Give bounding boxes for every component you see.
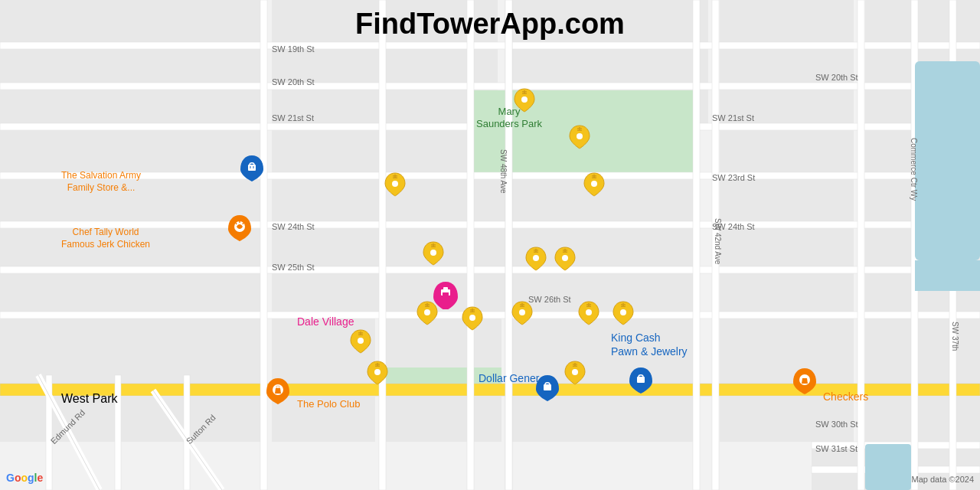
street-label-sw31: SW 31st St: [815, 444, 858, 453]
svg-rect-96: [544, 384, 551, 390]
site-title: FindTowerApp.com: [0, 8, 980, 41]
king-cash-label: King CashPawn & Jewelry: [611, 331, 688, 358]
svg-rect-54: [509, 396, 693, 442]
street-label-sw21-right: SW 21st St: [712, 113, 754, 122]
svg-rect-9: [509, 49, 708, 83]
svg-rect-44: [272, 318, 375, 384]
street-label-commerce: Commerce Ctr Wy: [910, 138, 918, 201]
svg-rect-55: [720, 396, 854, 442]
svg-rect-77: [915, 61, 980, 260]
svg-rect-86: [443, 287, 448, 290]
street-label-sw20-left: SW 20th St: [272, 77, 315, 87]
street-label-sw37: SW 37th: [951, 322, 959, 351]
svg-rect-37: [0, 273, 260, 312]
salvation-army-label: The Salvation ArmyFamily Store &...: [61, 170, 141, 194]
street-label-sw21-left: SW 21st St: [272, 113, 314, 122]
street-label-sw48: SW 48th Ave: [499, 149, 508, 194]
svg-rect-7: [0, 49, 260, 83]
mary-saunders-park-label: MarySaunders Park: [476, 106, 542, 129]
map-data-label: Map data ©2024: [912, 475, 975, 484]
svg-rect-56: [865, 396, 980, 442]
street-label-sw19: SW 19th St: [272, 44, 315, 54]
svg-rect-19: [0, 130, 260, 172]
svg-rect-95: [276, 386, 279, 388]
checkers-label: Checkers: [823, 390, 868, 403]
map-container: FindTowerApp.com SW 19th St SW 20th St S…: [0, 0, 980, 490]
svg-rect-85: [443, 292, 449, 296]
svg-rect-62: [467, 0, 474, 490]
svg-rect-28: [720, 179, 854, 221]
svg-rect-34: [720, 228, 854, 266]
street-label-sw23: SW 23rd St: [712, 173, 755, 182]
street-label-sw30: SW 30th St: [815, 420, 858, 429]
svg-rect-87: [248, 165, 256, 171]
street-label-sw20-right: SW 20th St: [815, 73, 858, 82]
svg-rect-42: [0, 312, 980, 318]
google-logo: Google: [6, 472, 43, 484]
svg-rect-65: [693, 0, 700, 490]
street-label-sw26: SW 26th St: [528, 295, 571, 304]
svg-rect-78: [865, 444, 911, 490]
svg-rect-24: [0, 172, 980, 179]
svg-rect-13: [0, 90, 260, 123]
svg-rect-49: [865, 318, 980, 384]
svg-rect-79: [915, 260, 980, 291]
west-park-label: West Park: [61, 392, 118, 406]
street-label-sw24-left: SW 24th St: [272, 222, 315, 231]
svg-rect-53: [383, 396, 501, 442]
svg-rect-43: [0, 318, 260, 384]
svg-rect-48: [720, 318, 854, 384]
svg-rect-51: [0, 396, 260, 442]
svg-rect-67: [858, 0, 864, 490]
svg-rect-12: [0, 83, 980, 90]
svg-rect-6: [0, 42, 980, 49]
svg-rect-40: [720, 273, 854, 312]
street-label-sw42: SW 42nd Ave: [714, 218, 722, 264]
svg-line-93: [243, 223, 243, 224]
street-label-sw25: SW 25th St: [272, 263, 315, 272]
dale-village-label: Dale Village: [297, 315, 354, 328]
chef-tally-label: Chef Tally WorldFamous Jerk Chicken: [61, 227, 150, 250]
svg-rect-97: [637, 377, 645, 383]
polo-club-label: The Polo Club: [297, 398, 360, 410]
svg-rect-36: [0, 266, 980, 273]
svg-rect-39: [471, 273, 693, 312]
svg-line-92: [236, 223, 237, 224]
svg-rect-60: [260, 0, 267, 490]
svg-rect-33: [471, 228, 693, 266]
svg-rect-22: [720, 130, 854, 172]
svg-rect-61: [379, 0, 386, 490]
svg-rect-64: [505, 0, 512, 490]
